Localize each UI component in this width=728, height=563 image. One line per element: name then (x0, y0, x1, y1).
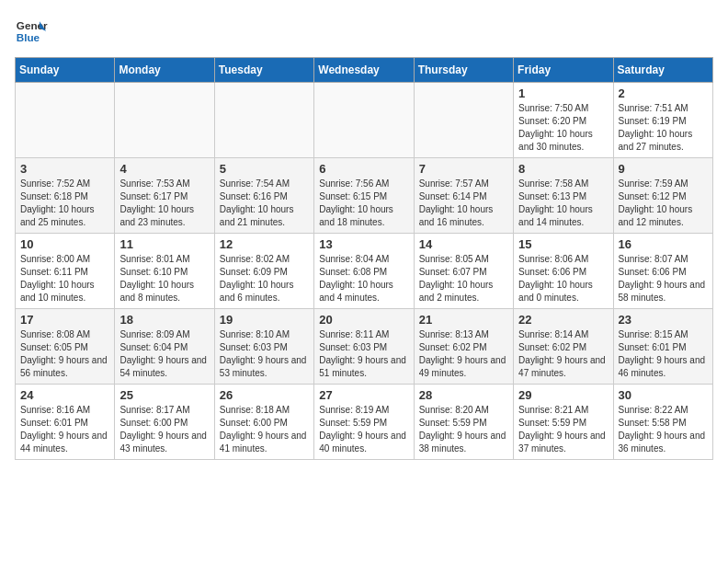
day-info: Sunrise: 8:08 AMSunset: 6:05 PMDaylight:… (20, 328, 109, 380)
page-header: General Blue (15, 15, 713, 48)
day-cell: 16Sunrise: 8:07 AMSunset: 6:06 PMDayligh… (613, 234, 712, 309)
day-info: Sunrise: 8:09 AMSunset: 6:04 PMDaylight:… (119, 328, 209, 380)
day-cell: 17Sunrise: 8:08 AMSunset: 6:05 PMDayligh… (16, 309, 115, 385)
day-cell: 2Sunrise: 7:51 AMSunset: 6:19 PMDaylight… (613, 83, 712, 158)
day-number: 13 (319, 237, 408, 251)
svg-text:Blue: Blue (17, 31, 40, 43)
day-info: Sunrise: 8:16 AMSunset: 6:01 PMDaylight:… (20, 404, 109, 455)
day-cell: 29Sunrise: 8:21 AMSunset: 5:59 PMDayligh… (514, 385, 613, 460)
week-row-5: 24Sunrise: 8:16 AMSunset: 6:01 PMDayligh… (16, 385, 713, 460)
day-number: 16 (619, 237, 708, 251)
day-cell: 3Sunrise: 7:52 AMSunset: 6:18 PMDaylight… (16, 158, 115, 234)
day-cell: 30Sunrise: 8:22 AMSunset: 5:58 PMDayligh… (613, 385, 712, 460)
day-info: Sunrise: 7:57 AMSunset: 6:14 PMDaylight:… (419, 178, 508, 229)
day-cell (214, 83, 313, 158)
day-info: Sunrise: 7:56 AMSunset: 6:15 PMDaylight:… (319, 178, 408, 229)
day-cell: 27Sunrise: 8:19 AMSunset: 5:59 PMDayligh… (314, 385, 414, 460)
day-cell: 5Sunrise: 7:54 AMSunset: 6:16 PMDaylight… (214, 158, 313, 234)
day-number: 24 (20, 388, 109, 402)
day-number: 1 (518, 86, 608, 100)
day-cell: 12Sunrise: 8:02 AMSunset: 6:09 PMDayligh… (214, 234, 313, 309)
day-number: 19 (220, 313, 309, 327)
day-cell: 28Sunrise: 8:20 AMSunset: 5:59 PMDayligh… (414, 385, 513, 460)
day-cell: 14Sunrise: 8:05 AMSunset: 6:07 PMDayligh… (414, 234, 513, 309)
day-info: Sunrise: 8:11 AMSunset: 6:03 PMDaylight:… (319, 328, 408, 380)
week-row-2: 3Sunrise: 7:52 AMSunset: 6:18 PMDaylight… (16, 158, 713, 234)
day-number: 15 (518, 237, 608, 251)
day-info: Sunrise: 8:17 AMSunset: 6:00 PMDaylight:… (119, 404, 209, 455)
day-info: Sunrise: 8:15 AMSunset: 6:01 PMDaylight:… (619, 328, 708, 380)
week-row-3: 10Sunrise: 8:00 AMSunset: 6:11 PMDayligh… (16, 234, 713, 309)
week-row-1: 1Sunrise: 7:50 AMSunset: 6:20 PMDaylight… (16, 83, 713, 158)
day-cell: 19Sunrise: 8:10 AMSunset: 6:03 PMDayligh… (214, 309, 313, 385)
day-info: Sunrise: 8:00 AMSunset: 6:11 PMDaylight:… (20, 253, 109, 304)
col-header-monday: Monday (115, 58, 214, 83)
day-number: 6 (319, 162, 408, 176)
day-info: Sunrise: 8:04 AMSunset: 6:08 PMDaylight:… (319, 253, 408, 304)
logo: General Blue (15, 15, 48, 48)
day-number: 26 (220, 388, 309, 402)
day-cell: 20Sunrise: 8:11 AMSunset: 6:03 PMDayligh… (314, 309, 414, 385)
day-number: 18 (119, 313, 209, 327)
col-header-thursday: Thursday (414, 58, 513, 83)
day-cell: 4Sunrise: 7:53 AMSunset: 6:17 PMDaylight… (115, 158, 214, 234)
day-cell: 15Sunrise: 8:06 AMSunset: 6:06 PMDayligh… (514, 234, 613, 309)
day-info: Sunrise: 8:07 AMSunset: 6:06 PMDaylight:… (619, 253, 708, 304)
day-info: Sunrise: 8:05 AMSunset: 6:07 PMDaylight:… (419, 253, 508, 304)
day-number: 22 (518, 313, 608, 327)
day-number: 2 (619, 86, 708, 100)
day-info: Sunrise: 7:50 AMSunset: 6:20 PMDaylight:… (518, 102, 608, 154)
day-cell: 8Sunrise: 7:58 AMSunset: 6:13 PMDaylight… (514, 158, 613, 234)
day-info: Sunrise: 8:01 AMSunset: 6:10 PMDaylight:… (119, 253, 209, 304)
day-info: Sunrise: 8:21 AMSunset: 5:59 PMDaylight:… (518, 404, 608, 455)
day-number: 21 (419, 313, 508, 327)
day-number: 14 (419, 237, 508, 251)
day-info: Sunrise: 7:52 AMSunset: 6:18 PMDaylight:… (20, 178, 109, 229)
day-cell: 1Sunrise: 7:50 AMSunset: 6:20 PMDaylight… (514, 83, 613, 158)
day-info: Sunrise: 7:54 AMSunset: 6:16 PMDaylight:… (220, 178, 309, 229)
day-cell: 25Sunrise: 8:17 AMSunset: 6:00 PMDayligh… (115, 385, 214, 460)
day-number: 30 (619, 388, 708, 402)
day-number: 9 (619, 162, 708, 176)
day-number: 12 (220, 237, 309, 251)
col-header-wednesday: Wednesday (314, 58, 414, 83)
day-number: 3 (20, 162, 109, 176)
day-cell: 23Sunrise: 8:15 AMSunset: 6:01 PMDayligh… (613, 309, 712, 385)
day-info: Sunrise: 7:53 AMSunset: 6:17 PMDaylight:… (119, 178, 209, 229)
logo-icon: General Blue (15, 15, 48, 48)
col-header-sunday: Sunday (16, 58, 115, 83)
col-header-saturday: Saturday (613, 58, 712, 83)
day-cell: 7Sunrise: 7:57 AMSunset: 6:14 PMDaylight… (414, 158, 513, 234)
day-number: 11 (119, 237, 209, 251)
day-info: Sunrise: 8:06 AMSunset: 6:06 PMDaylight:… (518, 253, 608, 304)
day-info: Sunrise: 7:59 AMSunset: 6:12 PMDaylight:… (619, 178, 708, 229)
day-cell (414, 83, 513, 158)
day-number: 17 (20, 313, 109, 327)
day-number: 5 (220, 162, 309, 176)
day-number: 28 (419, 388, 508, 402)
day-info: Sunrise: 8:22 AMSunset: 5:58 PMDaylight:… (619, 404, 708, 455)
day-info: Sunrise: 8:20 AMSunset: 5:59 PMDaylight:… (419, 404, 508, 455)
day-info: Sunrise: 7:58 AMSunset: 6:13 PMDaylight:… (518, 178, 608, 229)
day-cell (115, 83, 214, 158)
day-cell: 22Sunrise: 8:14 AMSunset: 6:02 PMDayligh… (514, 309, 613, 385)
day-info: Sunrise: 8:19 AMSunset: 5:59 PMDaylight:… (319, 404, 408, 455)
col-header-tuesday: Tuesday (214, 58, 313, 83)
day-info: Sunrise: 8:10 AMSunset: 6:03 PMDaylight:… (220, 328, 309, 380)
day-cell: 6Sunrise: 7:56 AMSunset: 6:15 PMDaylight… (314, 158, 414, 234)
day-number: 8 (518, 162, 608, 176)
day-number: 7 (419, 162, 508, 176)
header-row: SundayMondayTuesdayWednesdayThursdayFrid… (16, 58, 713, 83)
day-number: 20 (319, 313, 408, 327)
day-cell: 11Sunrise: 8:01 AMSunset: 6:10 PMDayligh… (115, 234, 214, 309)
week-row-4: 17Sunrise: 8:08 AMSunset: 6:05 PMDayligh… (16, 309, 713, 385)
day-cell: 18Sunrise: 8:09 AMSunset: 6:04 PMDayligh… (115, 309, 214, 385)
day-number: 23 (619, 313, 708, 327)
calendar-table: SundayMondayTuesdayWednesdayThursdayFrid… (15, 57, 713, 460)
day-info: Sunrise: 8:18 AMSunset: 6:00 PMDaylight:… (220, 404, 309, 455)
day-number: 10 (20, 237, 109, 251)
day-number: 25 (119, 388, 209, 402)
day-number: 4 (119, 162, 209, 176)
day-info: Sunrise: 7:51 AMSunset: 6:19 PMDaylight:… (619, 102, 708, 154)
day-cell: 13Sunrise: 8:04 AMSunset: 6:08 PMDayligh… (314, 234, 414, 309)
